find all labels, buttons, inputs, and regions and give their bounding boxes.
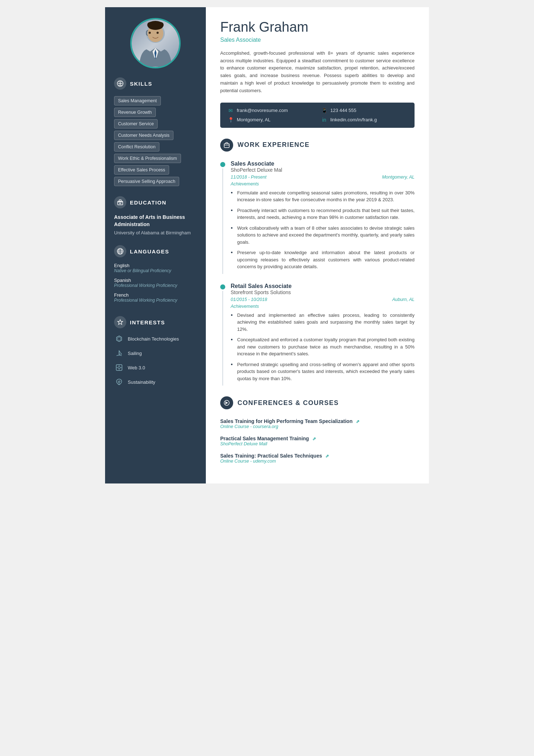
- svg-rect-29: [224, 144, 229, 148]
- job-position: Retail Sales Associate: [231, 283, 415, 289]
- svg-point-6: [157, 32, 159, 34]
- interests-title: INTERESTS: [130, 319, 165, 325]
- conferences-icon: [220, 396, 233, 409]
- interest-item: Sustainability: [114, 377, 197, 387]
- education-section: EDUCATION Associate of Arts in Business …: [105, 196, 206, 236]
- job-dates: 11/2018 - Present: [231, 175, 266, 180]
- work-experience-header: WORK EXPERIENCE: [220, 139, 415, 153]
- skills-title: SKILLS: [130, 81, 152, 87]
- achievements-label: Achievements: [231, 181, 415, 186]
- email-contact: ✉ frank@novoresume.com: [227, 108, 314, 113]
- language-item: Spanish Professional Working Proficiency: [114, 278, 197, 288]
- language-item: English Native or Bilingual Proficiency: [114, 263, 197, 273]
- lang-level: Native or Bilingual Proficiency: [114, 268, 197, 273]
- work-icon: [220, 139, 233, 152]
- sustainability-icon: [114, 377, 124, 387]
- job-entry: Sales Associate ShoPerfect Deluxe Mal 11…: [220, 161, 415, 274]
- conferences-section: CONFERENCES & COURSES Sales Training for…: [220, 396, 415, 464]
- lang-level: Professional Working Proficiency: [114, 298, 197, 303]
- linkedin-icon: in: [321, 117, 327, 123]
- interest-label: Web 3.0: [128, 365, 145, 370]
- job-bullet: Proactively interact with customers to r…: [231, 207, 415, 221]
- job-position: Sales Associate: [231, 161, 415, 167]
- education-icon: [114, 196, 126, 208]
- job-title: Sales Associate: [220, 37, 415, 43]
- course-provider: ShoPerfect Deluxe Mall: [220, 441, 415, 446]
- interests-section: INTERESTS Blockchain Technologies: [105, 316, 206, 391]
- skill-item: Sales Management: [114, 96, 161, 105]
- timeline-line: [222, 291, 223, 386]
- course-title: Sales Training for High Performing Team …: [220, 418, 415, 424]
- course-title: Practical Sales Management Training ⇗: [220, 436, 415, 441]
- conferences-header: CONFERENCES & COURSES: [220, 396, 415, 411]
- interests-header: INTERESTS: [114, 316, 197, 328]
- location-value: Montgomery, AL: [237, 117, 271, 122]
- lang-name: English: [114, 263, 197, 268]
- job-dates: 01/2015 - 10/2018: [231, 297, 267, 302]
- job-timeline: [220, 161, 225, 274]
- course-provider: Online Course - coursera.org: [220, 424, 415, 429]
- languages-title: LANGUAGES: [130, 248, 169, 255]
- phone-value: 123 444 555: [330, 108, 356, 113]
- job-location: Montgomery, AL: [382, 175, 415, 180]
- main-content: Frank Graham Sales Associate Accomplishe…: [206, 7, 429, 483]
- interest-item: Blockchain Technologies: [114, 334, 197, 344]
- languages-section: LANGUAGES English Native or Bilingual Pr…: [105, 245, 206, 307]
- location-contact: 📍 Montgomery, AL: [227, 117, 314, 123]
- job-entry: Retail Sales Associate Storefront Sports…: [220, 283, 415, 386]
- linkedin-value: linkedin.com/in/frank.g: [330, 117, 377, 122]
- work-section-title: WORK EXPERIENCE: [237, 141, 310, 149]
- skill-item: Effective Sales Process: [114, 165, 169, 175]
- interests-icon: [114, 316, 126, 328]
- timeline-line: [222, 168, 223, 274]
- blockchain-icon: [114, 334, 124, 344]
- svg-rect-12: [119, 200, 121, 201]
- skills-list: Sales Management Revenue Growth Customer…: [114, 95, 197, 187]
- contact-bar: ✉ frank@novoresume.com 📱 123 444 555 📍 M…: [220, 103, 415, 128]
- external-link-icon[interactable]: ⇗: [312, 436, 316, 441]
- web3-icon: [114, 363, 124, 373]
- svg-marker-20: [117, 336, 122, 342]
- education-title: EDUCATION: [130, 199, 167, 206]
- external-link-icon[interactable]: ⇗: [325, 454, 329, 459]
- sidebar: SKILLS Sales Management Revenue Growth C…: [105, 7, 206, 483]
- timeline-dot: [220, 284, 225, 289]
- job-content: Retail Sales Associate Storefront Sports…: [231, 283, 415, 386]
- job-bullet: Conceptualized and enforced a customer l…: [231, 336, 415, 357]
- job-bullets: Devised and implemented an effective sal…: [231, 312, 415, 382]
- job-bullet: Performed strategic upselling and cross-…: [231, 361, 415, 382]
- skill-item: Work Ethic & Professionalism: [114, 154, 181, 163]
- job-bullet: Work collaboratively with a team of 8 ot…: [231, 225, 415, 246]
- skill-item: Conflict Resolution: [114, 142, 159, 152]
- job-timeline: [220, 283, 225, 386]
- avatar: [130, 18, 181, 68]
- skills-section: SKILLS Sales Management Revenue Growth C…: [105, 77, 206, 187]
- languages-header: LANGUAGES: [114, 245, 197, 257]
- phone-contact: 📱 123 444 555: [321, 108, 407, 113]
- skill-item: Customer Needs Analysis: [114, 131, 173, 140]
- job-meta: 11/2018 - Present Montgomery, AL: [231, 175, 415, 180]
- interest-label: Sailing: [128, 351, 142, 356]
- lang-name: French: [114, 292, 197, 298]
- skills-icon: [114, 77, 126, 90]
- location-icon: 📍: [227, 117, 234, 123]
- job-content: Sales Associate ShoPerfect Deluxe Mal 11…: [231, 161, 415, 274]
- timeline-dot: [220, 162, 225, 167]
- linkedin-contact: in linkedin.com/in/frank.g: [321, 117, 407, 123]
- resume-container: SKILLS Sales Management Revenue Growth C…: [105, 7, 429, 483]
- interest-label: Sustainability: [128, 379, 155, 385]
- job-location: Auburn, AL: [392, 297, 415, 302]
- course-item: Sales Training: Practical Sales Techniqu…: [220, 453, 415, 464]
- interest-item: Sailing: [114, 348, 197, 358]
- job-company: ShoPerfect Deluxe Mal: [231, 167, 415, 173]
- course-title: Sales Training: Practical Sales Techniqu…: [220, 453, 415, 459]
- phone-icon: 📱: [321, 108, 327, 113]
- external-link-icon[interactable]: ⇗: [356, 419, 359, 424]
- interest-label: Blockchain Technologies: [128, 336, 179, 342]
- job-company: Storefront Sports Solutions: [231, 289, 415, 295]
- course-item: Sales Training for High Performing Team …: [220, 418, 415, 429]
- education-header: EDUCATION: [114, 196, 197, 208]
- avatar-image: [132, 19, 179, 67]
- summary-text: Accomplished, growth-focused professiona…: [220, 50, 415, 95]
- course-provider: Online Course - udemy.com: [220, 459, 415, 464]
